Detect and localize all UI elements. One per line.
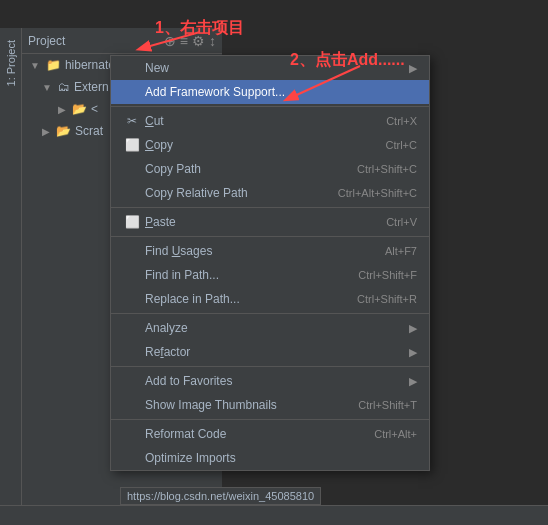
reformat-shortcut: Ctrl+Alt+: [374, 428, 417, 440]
menu-icon[interactable]: ≡: [180, 33, 188, 49]
menu-item-copy-path[interactable]: Copy Path Ctrl+Shift+C: [111, 157, 429, 181]
settings-icon[interactable]: ⚙: [192, 33, 205, 49]
menu-label-paste: Paste: [145, 215, 176, 229]
menu-label-refactor: Refactor: [145, 345, 190, 359]
copy-relative-shortcut: Ctrl+Alt+Shift+C: [338, 187, 417, 199]
menu-label-find-usages: Find Usages: [145, 244, 212, 258]
menu-label-analyze: Analyze: [145, 321, 188, 335]
menu-label-add-framework: Add Framework Support...: [145, 85, 285, 99]
menu-item-refactor[interactable]: Refactor ▶: [111, 340, 429, 364]
menu-label-find-path: Find in Path...: [145, 268, 219, 282]
menu-label-copy-relative: Copy Relative Path: [145, 186, 248, 200]
menu-label-favorites: Add to Favorites: [145, 374, 232, 388]
menu-label-new: New: [145, 61, 169, 75]
menu-item-analyze[interactable]: Analyze ▶: [111, 316, 429, 340]
panel-title: Project: [28, 34, 65, 48]
sort-icon[interactable]: ↕: [209, 33, 216, 49]
menu-item-cut[interactable]: ✂ Cut Ctrl+X: [111, 109, 429, 133]
copy-icon: ⬜: [123, 138, 141, 152]
add-icon[interactable]: ⊕: [164, 33, 176, 49]
tree-label-extern: Extern: [74, 80, 109, 94]
menu-item-favorites[interactable]: Add to Favorites ▶: [111, 369, 429, 393]
menu-label-cut: Cut: [145, 114, 164, 128]
menu-item-copy-relative[interactable]: Copy Relative Path Ctrl+Alt+Shift+C: [111, 181, 429, 205]
new-arrow-icon: ▶: [409, 62, 417, 75]
menu-item-find-usages[interactable]: Find Usages Alt+F7: [111, 239, 429, 263]
copy-shortcut: Ctrl+C: [386, 139, 417, 151]
module-icon: 📁: [46, 58, 61, 72]
thumbnails-shortcut: Ctrl+Shift+T: [358, 399, 417, 411]
tree-arrow-scratch: ▶: [42, 126, 50, 137]
tree-label-sub: <: [91, 102, 98, 116]
tree-label-scratch: Scrat: [75, 124, 103, 138]
folder-icon-scratch: 📂: [56, 124, 71, 138]
separator-5: [111, 366, 429, 367]
panel-icons: ⊕ ≡ ⚙ ↕: [164, 33, 216, 49]
menu-label-replace-path: Replace in Path...: [145, 292, 240, 306]
panel-header: Project ⊕ ≡ ⚙ ↕: [22, 28, 222, 54]
separator-4: [111, 313, 429, 314]
cut-icon: ✂: [123, 114, 141, 128]
menu-item-thumbnails[interactable]: Show Image Thumbnails Ctrl+Shift+T: [111, 393, 429, 417]
find-usages-shortcut: Alt+F7: [385, 245, 417, 257]
tree-arrow-sub: ▶: [58, 104, 66, 115]
sidebar: 1: Project: [0, 28, 22, 525]
tree-arrow-extern: ▼: [42, 82, 52, 93]
folder-icon-sub: 📂: [72, 102, 87, 116]
url-text: https://blog.csdn.net/weixin_45085810: [127, 490, 314, 502]
menu-item-find-path[interactable]: Find in Path... Ctrl+Shift+F: [111, 263, 429, 287]
separator-3: [111, 236, 429, 237]
menu-item-add-framework[interactable]: Add Framework Support...: [111, 80, 429, 104]
menu-label-copy: Copy: [145, 138, 173, 152]
analyze-arrow-icon: ▶: [409, 322, 417, 335]
cut-shortcut: Ctrl+X: [386, 115, 417, 127]
separator-6: [111, 419, 429, 420]
menu-label-optimize: Optimize Imports: [145, 451, 236, 465]
menu-item-replace-path[interactable]: Replace in Path... Ctrl+Shift+R: [111, 287, 429, 311]
url-tooltip: https://blog.csdn.net/weixin_45085810: [120, 487, 321, 505]
context-menu: New ▶ Add Framework Support... ✂ Cut Ctr…: [110, 55, 430, 471]
status-bar: [0, 505, 548, 525]
paste-icon: ⬜: [123, 215, 141, 229]
menu-item-reformat[interactable]: Reformat Code Ctrl+Alt+: [111, 422, 429, 446]
replace-path-shortcut: Ctrl+Shift+R: [357, 293, 417, 305]
menu-item-new[interactable]: New ▶: [111, 56, 429, 80]
refactor-arrow-icon: ▶: [409, 346, 417, 359]
menu-label-copy-path: Copy Path: [145, 162, 201, 176]
menu-item-copy[interactable]: ⬜ Copy Ctrl+C: [111, 133, 429, 157]
favorites-arrow-icon: ▶: [409, 375, 417, 388]
sidebar-tab-project[interactable]: 1: Project: [3, 32, 19, 94]
find-path-shortcut: Ctrl+Shift+F: [358, 269, 417, 281]
separator-1: [111, 106, 429, 107]
copy-path-shortcut: Ctrl+Shift+C: [357, 163, 417, 175]
folder-icon-extern: 🗂: [58, 80, 70, 94]
menu-item-paste[interactable]: ⬜ Paste Ctrl+V: [111, 210, 429, 234]
menu-label-reformat: Reformat Code: [145, 427, 226, 441]
separator-2: [111, 207, 429, 208]
tree-arrow: ▼: [30, 60, 40, 71]
menu-item-optimize[interactable]: Optimize Imports: [111, 446, 429, 470]
menu-label-thumbnails: Show Image Thumbnails: [145, 398, 277, 412]
paste-shortcut: Ctrl+V: [386, 216, 417, 228]
